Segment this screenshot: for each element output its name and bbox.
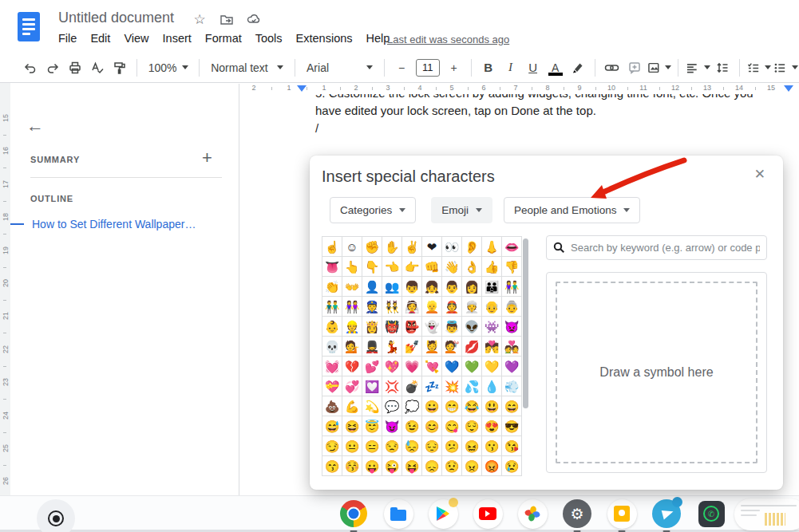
- left-indent-marker[interactable]: [297, 85, 307, 92]
- right-indent-marker[interactable]: [784, 85, 793, 92]
- emoji-cell[interactable]: 💂: [362, 337, 382, 356]
- align-button[interactable]: [685, 57, 710, 78]
- emoji-cell[interactable]: 😀: [422, 396, 441, 416]
- bulleted-list-button[interactable]: [773, 57, 798, 78]
- taskbar-app-settings[interactable]: ⚙: [561, 498, 593, 530]
- decrease-font-size-button[interactable]: −: [391, 57, 412, 78]
- emoji-cell[interactable]: 💔: [342, 357, 362, 376]
- emoji-cell[interactable]: 👻: [422, 317, 441, 336]
- emoji-cell[interactable]: 💣: [402, 376, 421, 396]
- emoji-cell[interactable]: 👵: [502, 297, 521, 316]
- emoji-cell[interactable]: 😇: [362, 416, 382, 435]
- emoji-cell[interactable]: 💘: [422, 357, 441, 376]
- emoji-cell[interactable]: 👮: [362, 297, 382, 316]
- emoji-cell[interactable]: 😁: [442, 396, 461, 416]
- bold-button[interactable]: B: [478, 57, 499, 78]
- emoji-cell[interactable]: 😒: [382, 436, 401, 455]
- emoji-cell[interactable]: 😏: [322, 436, 342, 455]
- taskbar-app-play-store[interactable]: [427, 498, 459, 530]
- emoji-cell[interactable]: 😊: [422, 416, 441, 435]
- emoji-cell[interactable]: 💞: [342, 376, 362, 396]
- document-text-line[interactable]: have edited your lock screen, tap on Don…: [315, 103, 786, 119]
- emoji-cell[interactable]: ☺: [342, 237, 362, 256]
- dropdown-categories[interactable]: Categories: [330, 197, 416, 223]
- emoji-cell[interactable]: 😞: [422, 456, 441, 475]
- emoji-cell[interactable]: 👬: [322, 297, 342, 316]
- menu-view[interactable]: View: [124, 32, 148, 45]
- emoji-cell[interactable]: ✌: [402, 237, 421, 256]
- launcher-button[interactable]: [37, 499, 75, 532]
- emoji-cell[interactable]: 👋: [442, 257, 461, 276]
- emoji-cell[interactable]: 😙: [322, 456, 342, 475]
- emoji-cell[interactable]: 👹: [382, 317, 401, 336]
- italic-button[interactable]: I: [500, 57, 521, 78]
- emoji-cell[interactable]: 👎: [502, 257, 521, 276]
- emoji-cell[interactable]: 💆: [422, 337, 441, 356]
- menu-format[interactable]: Format: [205, 32, 242, 45]
- close-outline-button[interactable]: ←: [26, 116, 44, 136]
- taskbar-app-whatsapp[interactable]: ✆: [695, 498, 727, 530]
- draw-symbol-canvas[interactable]: Draw a symbol here: [556, 282, 757, 463]
- checklist-button[interactable]: [746, 57, 772, 78]
- emoji-cell[interactable]: 👤: [362, 277, 382, 296]
- emoji-cell[interactable]: 😗: [482, 436, 501, 455]
- emoji-cell[interactable]: 💧: [482, 376, 501, 396]
- emoji-cell[interactable]: 💨: [502, 376, 521, 396]
- emoji-cell[interactable]: 😝: [402, 456, 421, 475]
- emoji-cell[interactable]: 😋: [442, 416, 461, 435]
- zoom-select[interactable]: 100%: [144, 57, 192, 78]
- emoji-cell[interactable]: 👂: [462, 237, 481, 256]
- emoji-cell[interactable]: 😛: [362, 456, 382, 475]
- dropdown-people-and-emotions[interactable]: People and Emotions: [504, 197, 640, 223]
- emoji-cell[interactable]: 💙: [442, 357, 461, 376]
- scrollbar-thumb[interactable]: [523, 238, 528, 408]
- emoji-cell[interactable]: 💚: [462, 357, 481, 376]
- document-text-line[interactable]: 5. Customize the lock screen by adding w…: [315, 94, 786, 101]
- emoji-grid-scrollbar[interactable]: [522, 236, 529, 475]
- taskbar-app-telegram[interactable]: [651, 498, 682, 530]
- undo-button[interactable]: [20, 57, 41, 78]
- emoji-cell[interactable]: 💅: [402, 337, 421, 356]
- menu-help[interactable]: Help: [366, 32, 390, 45]
- emoji-cell[interactable]: 💖: [382, 357, 401, 376]
- emoji-cell[interactable]: 👪: [482, 277, 501, 296]
- insert-image-button[interactable]: [647, 57, 672, 78]
- emoji-cell[interactable]: ✋: [382, 237, 401, 256]
- docs-logo-icon[interactable]: [18, 12, 40, 41]
- emoji-cell[interactable]: 👲: [442, 297, 461, 316]
- emoji-cell[interactable]: 💀: [322, 337, 342, 356]
- menu-insert[interactable]: Insert: [163, 32, 192, 45]
- paragraph-style-select[interactable]: Normal text: [206, 57, 288, 78]
- emoji-cell[interactable]: 😡: [482, 456, 501, 475]
- emoji-cell[interactable]: 👺: [402, 317, 421, 336]
- emoji-cell[interactable]: 💟: [362, 376, 382, 396]
- emoji-cell[interactable]: 👫: [502, 277, 521, 296]
- emoji-cell[interactable]: 👉: [402, 257, 421, 276]
- emoji-cell[interactable]: 😐: [342, 436, 362, 455]
- emoji-cell[interactable]: 😆: [342, 416, 362, 435]
- emoji-cell[interactable]: 💪: [342, 396, 362, 416]
- emoji-cell[interactable]: 😍: [482, 416, 501, 435]
- emoji-cell[interactable]: 💋: [462, 337, 481, 356]
- emoji-cell[interactable]: 😢: [502, 456, 521, 475]
- screenshot-preview[interactable]: [734, 499, 799, 530]
- emoji-cell[interactable]: 👰: [402, 297, 421, 316]
- emoji-cell[interactable]: 💏: [482, 337, 501, 356]
- dropdown-emoji[interactable]: Emoji: [431, 197, 492, 223]
- cloud-saved-icon[interactable]: [246, 11, 262, 27]
- increase-font-size-button[interactable]: +: [444, 57, 465, 78]
- font-size-input[interactable]: 11: [416, 59, 440, 77]
- emoji-cell[interactable]: 💑: [502, 337, 521, 356]
- emoji-cell[interactable]: 😂: [462, 396, 481, 416]
- emoji-cell[interactable]: 💝: [322, 376, 342, 396]
- emoji-cell[interactable]: 💕: [362, 357, 382, 376]
- emoji-cell[interactable]: ❤: [422, 237, 441, 256]
- emoji-cell[interactable]: 😃: [482, 396, 501, 416]
- emoji-cell[interactable]: 👭: [342, 297, 362, 316]
- emoji-cell[interactable]: 👱: [422, 297, 441, 316]
- highlight-color-button[interactable]: [568, 57, 588, 78]
- add-summary-button[interactable]: +: [202, 148, 212, 168]
- emoji-cell[interactable]: 👳: [462, 297, 481, 316]
- add-comment-button[interactable]: [624, 57, 645, 78]
- outline-item[interactable]: How to Set Different Wallpaper…: [10, 218, 196, 231]
